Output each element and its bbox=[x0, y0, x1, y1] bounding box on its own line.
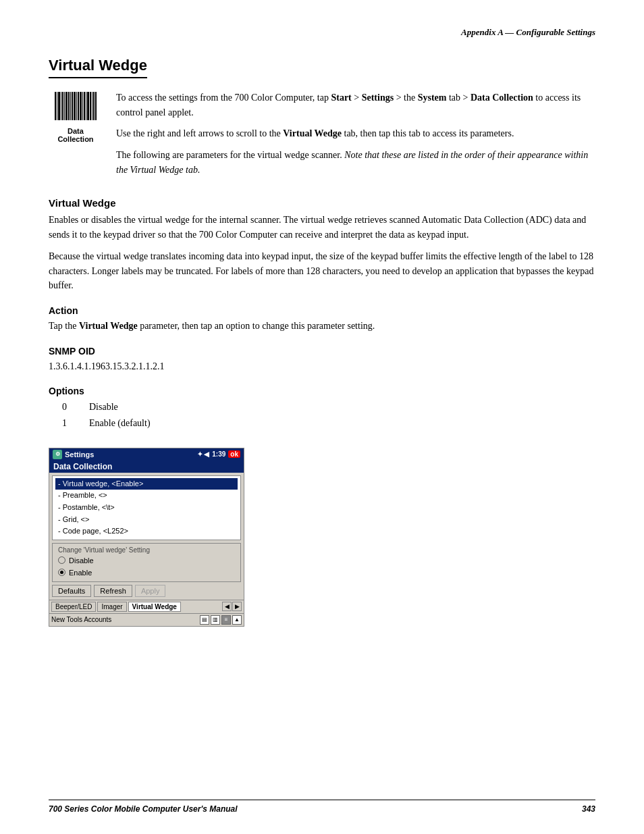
sc-time: 1:39 bbox=[212, 450, 225, 458]
svg-rect-14 bbox=[82, 92, 83, 120]
sc-app-icon: ⚙ bbox=[53, 450, 62, 459]
options-list: 0 Disable 1 Enable (default) bbox=[62, 399, 595, 432]
intro-block: DataCollection To access the settings fr… bbox=[49, 90, 595, 184]
svg-rect-5 bbox=[64, 92, 65, 120]
svg-rect-19 bbox=[92, 92, 92, 120]
page-title: Virtual Wedge bbox=[49, 57, 147, 78]
virtual-wedge-para2: Because the virtual wedge translates inc… bbox=[49, 249, 595, 293]
intro-para2: Use the right and left arrows to scroll … bbox=[116, 126, 595, 141]
svg-rect-9 bbox=[72, 92, 73, 120]
sc-title: Settings bbox=[65, 450, 94, 459]
action-title: Action bbox=[49, 305, 595, 316]
sc-titlebar: ⚙ Settings ✦ ◀ 1:39 ok bbox=[49, 448, 244, 461]
sc-dc-header: Data Collection bbox=[49, 461, 244, 473]
action-text: Tap the Virtual Wedge parameter, then ta… bbox=[49, 319, 595, 334]
sc-radio-disable-label: Disable bbox=[69, 556, 94, 565]
footer-left: 700 Series Color Mobile Computer User's … bbox=[49, 804, 238, 814]
sc-radio-disable-circle[interactable] bbox=[58, 556, 65, 564]
sc-tab-next[interactable]: ▶ bbox=[232, 602, 242, 611]
option-0: 0 Disable bbox=[62, 399, 595, 415]
svg-rect-20 bbox=[93, 92, 95, 120]
svg-rect-18 bbox=[90, 92, 91, 120]
sc-btn-row: Defaults Refresh Apply bbox=[52, 585, 241, 597]
svg-rect-3 bbox=[61, 92, 61, 120]
sc-radio-disable[interactable]: Disable bbox=[58, 556, 235, 565]
sc-radio-enable-label: Enable bbox=[69, 569, 92, 577]
icon-label: DataCollection bbox=[57, 127, 93, 143]
sc-ok-badge: ok bbox=[228, 450, 240, 458]
intro-para3: The following are parameters for the vir… bbox=[116, 148, 595, 177]
svg-rect-13 bbox=[80, 92, 82, 120]
intro-para1: To access the settings from the 700 Colo… bbox=[116, 90, 595, 120]
sc-tab-row: Beeper/LED Imager Virtual Wedge ◀ ▶ bbox=[49, 600, 244, 613]
barcode-icon bbox=[53, 90, 98, 124]
svg-rect-16 bbox=[86, 92, 86, 120]
sc-bottom-label: New Tools Accounts bbox=[51, 616, 111, 623]
page: Appendix A — Configurable Settings Virtu… bbox=[0, 0, 644, 834]
sc-change-title: Change 'Virtual wedge' Setting bbox=[58, 546, 235, 554]
sc-bottom-row: New Tools Accounts ▤ ▥ ≡ ▲ bbox=[49, 613, 244, 626]
screenshot: ⚙ Settings ✦ ◀ 1:39 ok Data Collection -… bbox=[49, 448, 244, 627]
sc-tree-item-1[interactable]: - Preamble, <> bbox=[55, 490, 238, 502]
header-subtitle: Configurable Settings bbox=[516, 27, 595, 37]
intro-text: To access the settings from the 700 Colo… bbox=[116, 90, 595, 184]
virtual-wedge-title: Virtual Wedge bbox=[49, 197, 595, 209]
sc-tree-item-2[interactable]: - Postamble, <\t> bbox=[55, 502, 238, 514]
sc-tab-virtualwedge[interactable]: Virtual Wedge bbox=[128, 602, 181, 612]
sc-btn-defaults[interactable]: Defaults bbox=[52, 585, 91, 597]
svg-rect-17 bbox=[87, 92, 89, 120]
sc-bottom-icon1[interactable]: ▤ bbox=[200, 615, 209, 625]
sc-change-box: Change 'Virtual wedge' Setting Disable E… bbox=[52, 543, 241, 582]
sc-tab-prev[interactable]: ◀ bbox=[222, 602, 232, 611]
sc-bottom-icon2[interactable]: ▥ bbox=[211, 615, 220, 625]
page-header: Appendix A — Configurable Settings bbox=[49, 27, 595, 38]
svg-rect-6 bbox=[65, 92, 68, 120]
sc-radio-enable-circle[interactable] bbox=[58, 569, 65, 576]
sc-signal: ✦ ◀ bbox=[197, 450, 210, 458]
svg-rect-8 bbox=[70, 92, 71, 120]
sc-tab-imager[interactable]: Imager bbox=[97, 602, 126, 612]
sc-radio-enable[interactable]: Enable bbox=[58, 569, 235, 577]
options-title: Options bbox=[49, 386, 595, 396]
sc-tree-item-4[interactable]: - Code page, <L252> bbox=[55, 525, 238, 538]
svg-rect-7 bbox=[68, 92, 70, 120]
sc-tree-item-3[interactable]: - Grid, <> bbox=[55, 514, 238, 526]
sc-bottom-icon3[interactable]: ≡ bbox=[221, 615, 231, 625]
svg-rect-15 bbox=[84, 92, 85, 120]
header-separator: — bbox=[503, 27, 516, 37]
sc-tab-beeper[interactable]: Beeper/LED bbox=[51, 602, 96, 612]
svg-rect-0 bbox=[55, 92, 56, 120]
sc-bottom-icon4[interactable]: ▲ bbox=[232, 615, 242, 625]
svg-rect-12 bbox=[78, 92, 79, 120]
footer: 700 Series Color Mobile Computer User's … bbox=[49, 800, 595, 814]
svg-rect-2 bbox=[58, 92, 60, 120]
snmp-oid-title: SNMP OID bbox=[49, 346, 595, 357]
svg-rect-4 bbox=[62, 92, 63, 120]
svg-rect-21 bbox=[95, 92, 97, 120]
snmp-oid-value: 1.3.6.1.4.1.1963.15.3.2.1.1.2.1 bbox=[49, 359, 595, 374]
sc-tree-item-0[interactable]: - Virtual wedge, <Enable> bbox=[55, 478, 238, 490]
footer-right: 343 bbox=[582, 804, 595, 814]
sc-btn-apply: Apply bbox=[135, 585, 166, 597]
virtual-wedge-para1: Enables or disables the virtual wedge fo… bbox=[49, 213, 595, 242]
sc-btn-refresh[interactable]: Refresh bbox=[94, 585, 132, 597]
svg-rect-1 bbox=[57, 92, 57, 120]
icon-block: DataCollection bbox=[49, 90, 103, 184]
svg-rect-11 bbox=[76, 92, 77, 120]
sc-tree: - Virtual wedge, <Enable> - Preamble, <>… bbox=[52, 475, 241, 540]
appendix-label: Appendix A bbox=[461, 27, 503, 37]
option-1: 1 Enable (default) bbox=[62, 415, 595, 432]
svg-rect-10 bbox=[74, 92, 76, 120]
